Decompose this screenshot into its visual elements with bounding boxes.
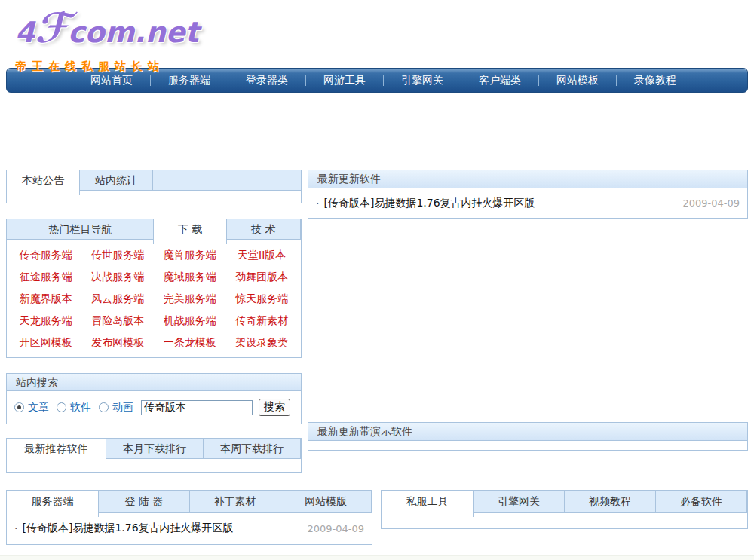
tab-latest-recommend[interactable]: 最新推荐软件 <box>7 439 106 464</box>
hotnav-tabs: 热门栏目导航 下 载 技 术 <box>7 219 301 240</box>
nav-item-template[interactable]: 网站模板 <box>539 74 616 87</box>
right-column: 最新更新软件 · [传奇版本]易捷数据1.76复古内挂火爆开区版 2009-04… <box>308 170 748 451</box>
news-item: · [传奇版本]易捷数据1.76复古内挂火爆开区版 2009-04-09 <box>7 513 372 544</box>
tab-site-stats[interactable]: 站内统计 <box>80 170 153 191</box>
tools-panel: 私服工具 引擎网关 视频教程 必备软件 <box>381 490 748 529</box>
radio-software[interactable] <box>57 402 66 412</box>
nav-item-client[interactable]: 客户端类 <box>461 74 538 87</box>
tools-panel-tabs: 私服工具 引擎网关 视频教程 必备软件 <box>382 491 747 513</box>
search-panel: 站内搜索 文章 软件 动画 搜索 <box>6 373 302 424</box>
notice-panel: 本站公告 站内统计 <box>6 170 302 203</box>
search-input[interactable] <box>141 400 253 415</box>
site-header: 4ℱcom.net 帝王在线私服站长站 <box>0 0 754 68</box>
demo-software-panel: 最新更新带演示软件 <box>308 422 748 451</box>
site-tagline: 帝王在线私服站长站 <box>15 60 199 74</box>
nav-item-tools[interactable]: 网游工具 <box>306 74 383 87</box>
tab-site-notice[interactable]: 本站公告 <box>7 170 80 195</box>
radio-article-label[interactable]: 文章 <box>28 401 49 415</box>
tab-video-tutorial[interactable]: 视频教程 <box>565 491 656 513</box>
banner-empty-space <box>0 93 754 170</box>
hotnav-link[interactable]: 完美服务端 <box>154 292 226 306</box>
hotnav-title: 热门栏目导航 <box>7 219 154 240</box>
page: 4ℱcom.net 帝王在线私服站长站 网站首页 服务器端 登录器类 网游工具 … <box>0 0 754 560</box>
hotnav-link[interactable]: 天龙服务端 <box>10 314 82 328</box>
hotnav-link[interactable]: 发布网模板 <box>82 336 155 350</box>
hotnav-links: 传奇服务端 传世服务端 魔兽服务端 天堂II版本 征途服务端 决战服务端 魔域服… <box>7 240 301 357</box>
hotnav-link[interactable]: 机战服务端 <box>154 314 226 328</box>
hotnav-link[interactable]: 冒险岛版本 <box>82 314 155 328</box>
radio-animation-label[interactable]: 动画 <box>112 401 133 415</box>
site-logo[interactable]: 4ℱcom.net 帝王在线私服站长站 <box>15 8 199 74</box>
hotnav-panel: 热门栏目导航 下 载 技 术 传奇服务端 传世服务端 魔兽服务端 天堂II版本 … <box>6 219 302 358</box>
tab-filler <box>153 170 301 191</box>
nav-item-video[interactable]: 录像教程 <box>617 74 694 87</box>
tab-download[interactable]: 下 载 <box>153 219 227 244</box>
hotnav-link[interactable]: 一条龙模板 <box>154 336 226 350</box>
bottom-row: 服务器端 登 陆 器 补丁素材 网站模版 · [传奇版本]易捷数据1.76复古内… <box>6 490 748 545</box>
radio-article[interactable] <box>14 402 24 412</box>
hotnav-link[interactable]: 魔兽服务端 <box>154 249 226 262</box>
logo-text: 4ℱcom.net <box>15 8 199 60</box>
news-date: 2009-04-09 <box>682 197 740 209</box>
hotnav-link[interactable]: 新魔界版本 <box>10 292 82 306</box>
logo-suffix: com.net <box>68 16 199 49</box>
demo-software-title: 最新更新带演示软件 <box>308 423 747 441</box>
news-link[interactable]: [传奇版本]易捷数据1.76复古内挂火爆开区版 <box>323 197 682 210</box>
nav-item-home[interactable]: 网站首页 <box>73 74 150 87</box>
server-panel-tabs: 服务器端 登 陆 器 补丁素材 网站模版 <box>7 491 372 513</box>
hotnav-link[interactable]: 魔域服务端 <box>154 271 226 284</box>
server-panel: 服务器端 登 陆 器 补丁素材 网站模版 · [传奇版本]易捷数据1.76复古内… <box>6 490 372 545</box>
hotnav-link[interactable]: 风云服务端 <box>82 292 155 306</box>
hotnav-link[interactable]: 架设录象类 <box>226 336 299 350</box>
hotnav-link[interactable]: 传奇新素材 <box>226 314 299 328</box>
hotnav-link[interactable]: 传奇服务端 <box>10 249 82 262</box>
hotnav-link[interactable]: 决战服务端 <box>82 271 155 284</box>
search-form: 文章 软件 动画 搜索 <box>7 391 301 424</box>
nav-item-gateway[interactable]: 引擎网关 <box>384 74 461 87</box>
tab-site-template[interactable]: 网站模版 <box>280 491 372 513</box>
hotnav-link[interactable]: 传世服务端 <box>82 249 155 262</box>
hotnav-link[interactable]: 惊天服务端 <box>226 292 299 306</box>
hotnav-link[interactable]: 开区网模板 <box>10 336 82 350</box>
search-panel-title: 站内搜索 <box>7 374 301 391</box>
notice-tabs: 本站公告 站内统计 <box>7 170 301 191</box>
recommend-panel: 最新推荐软件 本月下载排行 本周下载排行 <box>6 438 302 473</box>
radio-animation[interactable] <box>99 402 109 412</box>
tab-essential-software[interactable]: 必备软件 <box>656 491 747 513</box>
tab-tech[interactable]: 技 术 <box>227 219 301 240</box>
left-column: 本站公告 站内统计 热门栏目导航 下 载 技 术 传奇服务端 传世服务端 魔兽服… <box>6 170 302 473</box>
recommend-tabs: 最新推荐软件 本月下载排行 本周下载排行 <box>7 439 301 459</box>
bullet: · <box>14 522 17 534</box>
footer-strip <box>0 555 754 560</box>
latest-software-title: 最新更新软件 <box>308 170 747 188</box>
tab-patch-material[interactable]: 补丁素材 <box>190 491 281 513</box>
search-button[interactable]: 搜索 <box>259 399 290 416</box>
tab-month-ranking[interactable]: 本月下载排行 <box>106 439 204 459</box>
tab-week-ranking[interactable]: 本周下载排行 <box>204 439 301 459</box>
logo-f: ℱ <box>35 5 68 52</box>
nav-item-server[interactable]: 服务器端 <box>151 74 228 87</box>
hotnav-link[interactable]: 劲舞团版本 <box>226 271 299 284</box>
logo-prefix: 4 <box>15 16 35 49</box>
demo-software-content <box>308 441 747 450</box>
tab-launcher[interactable]: 登 陆 器 <box>99 491 190 513</box>
news-link[interactable]: [传奇版本]易捷数据1.76复古内挂火爆开区版 <box>22 522 307 535</box>
latest-software-panel: 最新更新软件 · [传奇版本]易捷数据1.76复古内挂火爆开区版 2009-04… <box>308 170 748 219</box>
news-item: · [传奇版本]易捷数据1.76复古内挂火爆开区版 2009-04-09 <box>308 188 747 218</box>
tab-engine-gateway[interactable]: 引擎网关 <box>474 491 565 513</box>
tab-private-server-tools[interactable]: 私服工具 <box>382 491 474 517</box>
radio-software-label[interactable]: 软件 <box>70 401 91 415</box>
news-date: 2009-04-09 <box>307 523 364 534</box>
nav-item-launcher[interactable]: 登录器类 <box>228 74 305 87</box>
bullet: · <box>316 197 319 210</box>
main-columns: 本站公告 站内统计 热门栏目导航 下 载 技 术 传奇服务端 传世服务端 魔兽服… <box>6 170 748 473</box>
hotnav-link[interactable]: 天堂II版本 <box>226 249 299 262</box>
tab-server-side[interactable]: 服务器端 <box>7 491 99 517</box>
hotnav-link[interactable]: 征途服务端 <box>10 271 82 284</box>
